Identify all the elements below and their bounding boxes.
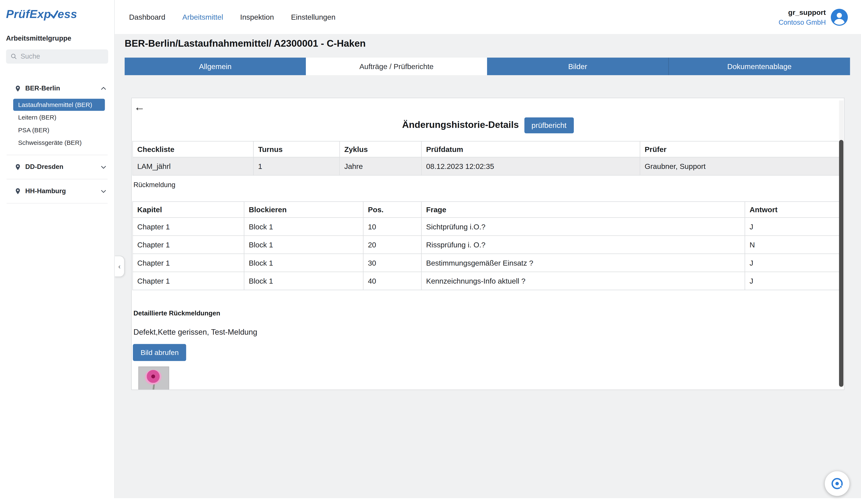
details-card: ← Änderungshistorie-Details prüfbericht … (131, 98, 845, 390)
table-row: Chapter 1 Block 1 40 Kennzeichnungs-Info… (133, 272, 840, 290)
table-row: Chapter 1 Block 1 10 Sichtprüfung i.O.? … (133, 218, 840, 236)
logo-check-icon (51, 11, 58, 19)
nav-item-dashboard[interactable]: Dashboard (129, 13, 165, 21)
table-cell: Chapter 1 (133, 218, 244, 236)
main-area: Dashboard Arbeitsmittel Inspektion Einst… (115, 0, 861, 504)
back-arrow-icon[interactable]: ← (134, 101, 148, 112)
nav-item-inspektion[interactable]: Inspektion (240, 13, 274, 21)
bild-abrufen-button[interactable]: Bild abrufen (133, 344, 186, 361)
app-logo: PrüfExp ess (6, 8, 114, 21)
detailed-feedback-label: Detaillierte Rückmeldungen (134, 309, 844, 317)
search-icon (11, 53, 17, 60)
tree-group-hh-hamburg: HH-Hamburg (6, 179, 108, 204)
tree-group-label: HH-Hamburg (25, 187, 97, 195)
table-cell: Chapter 1 (133, 236, 244, 254)
table-cell: 40 (363, 272, 422, 290)
top-nav: Dashboard Arbeitsmittel Inspektion Einst… (115, 0, 861, 34)
table-cell: Jahre (340, 157, 422, 175)
tab-allgemein[interactable]: Allgemein (125, 58, 306, 75)
table-cell: J (745, 272, 840, 290)
pruefbericht-button[interactable]: prüfbericht (524, 117, 574, 133)
tree-group-row-hh-hamburg[interactable]: HH-Hamburg (6, 184, 108, 198)
table-cell: 10 (363, 218, 422, 236)
table-header-row: Checkliste Turnus Zyklus Prüfdatum Prüfe… (133, 141, 840, 157)
table-row: Chapter 1 Block 1 30 Bestimmungsgemäßer … (133, 254, 840, 272)
nav-items: Dashboard Arbeitsmittel Inspektion Einst… (129, 13, 336, 21)
table-header-row: Kapitel Blockieren Pos. Frage Antwort (133, 201, 840, 218)
tree-item-lastaufnahmemittel[interactable]: Lastaufnahmemittel (BER) (13, 99, 105, 111)
table-cell: 30 (363, 254, 422, 272)
feedback-table: Kapitel Blockieren Pos. Frage Antwort Ch… (133, 201, 840, 290)
user-texts: gr_support Contoso GmbH (778, 8, 826, 26)
table-cell: 1 (254, 157, 340, 175)
nav-item-einstellungen[interactable]: Einstellungen (291, 13, 336, 21)
chevron-down-icon (100, 188, 107, 194)
column-header: Kapitel (133, 201, 244, 218)
user-block: gr_support Contoso GmbH (778, 0, 848, 34)
tree-item-leitern[interactable]: Leitern (BER) (13, 111, 105, 124)
table-cell: Block 1 (244, 254, 363, 272)
column-header: Antwort (745, 201, 840, 218)
table-cell: Sichtprüfung i.O.? (422, 218, 745, 236)
tab-bar: Allgemein Aufträge / Prüfberichte Bilder… (125, 58, 850, 75)
tree-group-dd-dresden: DD-Dresden (6, 155, 108, 179)
table-cell: J (745, 254, 840, 272)
tab-bilder[interactable]: Bilder (487, 58, 668, 75)
location-pin-icon (14, 85, 22, 92)
app-root: PrüfExp ess Arbeitsmittelgruppe BER-Berl… (0, 0, 861, 504)
table-cell: LAM_jährl (133, 157, 254, 175)
chevron-down-icon (100, 164, 107, 170)
search-input[interactable] (20, 53, 104, 60)
tab-auftraege-pruefberichte[interactable]: Aufträge / Prüfberichte (306, 58, 487, 75)
column-header: Pos. (363, 201, 422, 218)
detailed-feedback-text: Defekt,Kette gerissen, Test-Meldung (134, 327, 844, 336)
tree-group-row-ber-berlin[interactable]: BER-Berlin (6, 82, 108, 95)
tree-group-label: BER-Berlin (25, 85, 97, 92)
checklist-table: Checkliste Turnus Zyklus Prüfdatum Prüfe… (133, 141, 840, 176)
table-cell: 20 (363, 236, 422, 254)
tree-group-row-dd-dresden[interactable]: DD-Dresden (6, 160, 108, 173)
table-cell: J (745, 218, 840, 236)
search-box (6, 50, 108, 64)
user-name: gr_support (788, 8, 826, 16)
sidebar-collapse-handle[interactable]: ‹ (115, 255, 125, 277)
table-cell: Chapter 1 (133, 254, 244, 272)
scrollbar-thumb[interactable] (839, 140, 843, 387)
chat-fab-button[interactable] (825, 471, 849, 496)
tree-group-label: DD-Dresden (25, 163, 97, 171)
tree-item-schweissgeraete[interactable]: Schweissgeräte (BER) (13, 137, 105, 149)
feedback-section-label: Rückmeldung (134, 181, 844, 189)
table-cell: Kennzeichnungs-Info aktuell ? (422, 272, 745, 290)
tab-dokumentenablage[interactable]: Dokumentenablage (668, 58, 850, 75)
feedback-image-thumbnail[interactable] (138, 366, 169, 390)
column-header: Checkliste (133, 141, 254, 157)
collapse-chevron-icon: ‹ (118, 262, 121, 270)
tree-group-ber-berlin: BER-Berlin Lastaufnahmemittel (BER) Leit… (6, 79, 108, 155)
table-cell: Graubner, Support (640, 157, 840, 175)
details-heading: Änderungshistorie-Details (402, 120, 519, 130)
tree-item-psa[interactable]: PSA (BER) (13, 124, 105, 136)
table-cell: Chapter 1 (133, 272, 244, 290)
location-pin-icon (14, 163, 22, 170)
heading-row: Änderungshistorie-Details prüfbericht (132, 117, 844, 133)
column-header: Prüfer (640, 141, 840, 157)
table-row: Chapter 1 Block 1 20 Rissprüfung i. O.? … (133, 236, 840, 254)
table-row: LAM_jährl 1 Jahre 08.12.2023 12:02:35 Gr… (133, 157, 840, 175)
table-cell: Block 1 (244, 236, 363, 254)
chevron-up-icon (100, 85, 107, 92)
column-header: Zyklus (340, 141, 422, 157)
table-cell: Rissprüfung i. O.? (422, 236, 745, 254)
table-cell: Bestimmungsgemäßer Einsatz ? (422, 254, 745, 272)
sidebar-group-label: Arbeitsmittelgruppe (6, 34, 114, 42)
avatar-icon[interactable] (831, 9, 848, 26)
logo-text-left: PrüfExp (6, 8, 51, 21)
column-header: Turnus (254, 141, 340, 157)
chat-bot-icon (830, 477, 844, 491)
table-cell: Block 1 (244, 272, 363, 290)
user-company-link[interactable]: Contoso GmbH (778, 18, 826, 26)
logo-text-right: ess (58, 8, 77, 21)
scrollbar-track[interactable] (839, 100, 843, 388)
column-header: Blockieren (244, 201, 363, 218)
table-cell: N (745, 236, 840, 254)
nav-item-arbeitsmittel[interactable]: Arbeitsmittel (182, 13, 223, 21)
